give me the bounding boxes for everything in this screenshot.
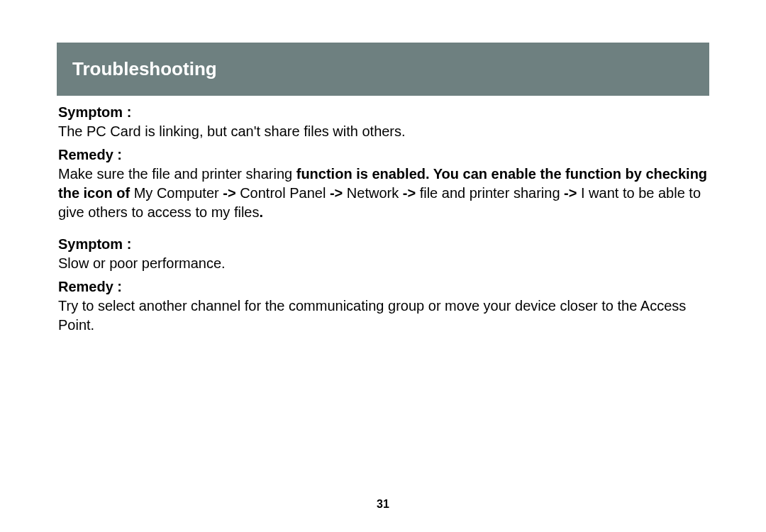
remedy-1-arrow3: ->: [403, 185, 420, 201]
remedy-1-arrow4: ->: [564, 185, 581, 201]
remedy-1-arrow2: ->: [330, 185, 347, 201]
page-number: 31: [377, 498, 389, 511]
remedy-1-arrow1: ->: [223, 185, 240, 201]
remedy-1-mid3: Network: [347, 185, 403, 201]
remedy-1-pre: Make sure the file and printer sharing: [58, 166, 296, 182]
symptom-2-text: Slow or poor performance.: [58, 254, 708, 273]
page-title: Troubleshooting: [72, 58, 217, 79]
symptom-1-label: Symptom :: [58, 103, 708, 122]
remedy-1-dot: .: [259, 204, 263, 220]
remedy-2: Remedy : Try to select another channel f…: [58, 277, 708, 335]
symptom-1-text: The PC Card is linking, but can't share …: [58, 122, 708, 141]
page-container: Troubleshooting Symptom : The PC Card is…: [0, 0, 766, 532]
remedy-2-text: Try to select another channel for the co…: [58, 297, 708, 335]
symptom-2-label: Symptom :: [58, 235, 708, 254]
remedy-1-mid1: My Computer: [134, 185, 223, 201]
remedy-1-label: Remedy :: [58, 145, 708, 165]
remedy-1-mid4: file and printer sharing: [420, 185, 564, 201]
symptom-2: Symptom : Slow or poor performance.: [58, 235, 708, 273]
remedy-1-mid2: Control Panel: [240, 185, 330, 201]
content-area: Symptom : The PC Card is linking, but ca…: [57, 103, 709, 335]
symptom-1: Symptom : The PC Card is linking, but ca…: [58, 103, 708, 141]
remedy-2-label: Remedy :: [58, 277, 708, 297]
title-bar: Troubleshooting: [57, 43, 709, 96]
remedy-1-text: Make sure the file and printer sharing f…: [58, 165, 708, 222]
remedy-1: Remedy : Make sure the file and printer …: [58, 145, 708, 222]
